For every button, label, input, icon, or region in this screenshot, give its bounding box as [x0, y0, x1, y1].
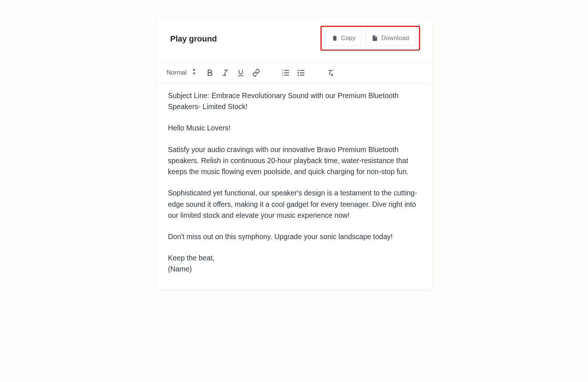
blank-line [168, 112, 420, 122]
editor-line: Sophisticated yet functional, our speake… [168, 187, 420, 221]
link-button[interactable] [251, 68, 261, 78]
page-title: Play ground [170, 34, 217, 44]
svg-rect-13 [300, 70, 304, 71]
editor-line: Hello Music Lovers! [168, 122, 420, 133]
download-button-label: Download [381, 35, 409, 42]
italic-button[interactable] [220, 68, 230, 78]
editor-content[interactable]: Subject Line: Embrace Revolutionary Soun… [156, 83, 432, 289]
header-actions-highlight: Copy Download [320, 26, 420, 51]
svg-rect-8 [284, 72, 289, 73]
copy-button-label: Copy [341, 35, 356, 42]
svg-point-10 [298, 69, 299, 71]
svg-rect-14 [300, 72, 304, 73]
chevron-updown-icon [192, 69, 196, 76]
editor-line: Satisfy your audio cravings with our inn… [168, 144, 420, 177]
editor-line: Don't miss out on this symphony. Upgrade… [168, 231, 420, 242]
list-group: 123 [281, 68, 306, 78]
format-select-label: Normal [166, 69, 187, 76]
file-download-icon [372, 35, 378, 42]
blank-line [168, 134, 420, 144]
card-header: Play ground Copy Download [156, 18, 432, 62]
format-select[interactable]: Normal [166, 67, 197, 78]
blank-line [168, 242, 420, 252]
svg-line-2 [224, 70, 226, 75]
clipboard-icon [331, 35, 338, 42]
unordered-list-button[interactable] [296, 68, 306, 78]
playground-card: Play ground Copy Download Normal [156, 18, 432, 289]
svg-point-11 [298, 72, 299, 73]
text-style-group [205, 68, 261, 78]
underline-button[interactable] [236, 68, 245, 78]
svg-rect-9 [284, 75, 289, 75]
editor-toolbar: Normal 123 [156, 62, 432, 83]
ordered-list-button[interactable]: 123 [281, 68, 290, 78]
blank-line [168, 221, 420, 231]
svg-point-12 [298, 74, 299, 76]
editor-line: Subject Line: Embrace Revolutionary Soun… [168, 90, 420, 112]
editor-line: (Name) [168, 263, 420, 274]
bold-button[interactable] [205, 68, 215, 78]
editor-line: Keep the beat, [168, 252, 420, 263]
copy-button[interactable]: Copy [325, 30, 362, 46]
svg-rect-15 [300, 75, 304, 75]
svg-rect-7 [284, 70, 289, 71]
svg-text:3: 3 [282, 74, 283, 76]
download-button[interactable]: Download [365, 30, 415, 46]
clear-format-button[interactable] [326, 68, 335, 78]
blank-line [168, 177, 420, 187]
